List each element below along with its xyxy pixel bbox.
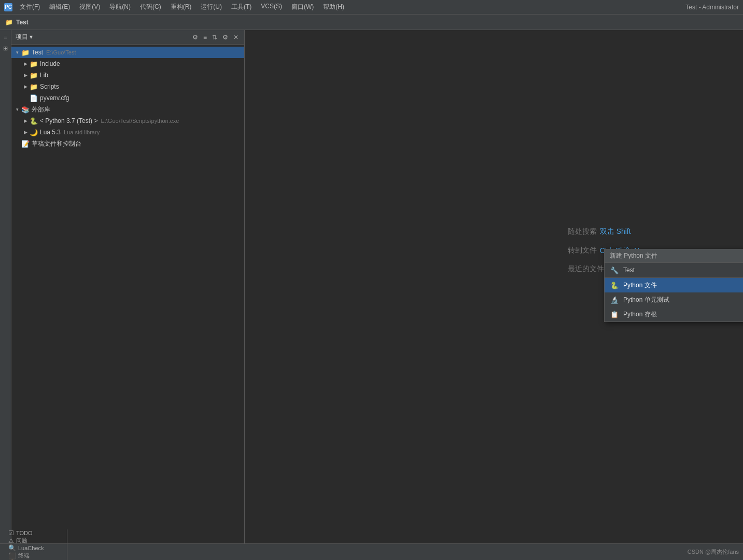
- menu-option-label-python-file: Python 文件: [623, 281, 657, 290]
- tree-label-test-root: Test: [32, 49, 43, 56]
- status-icon-luacheck: 🔍: [8, 544, 16, 552]
- tree-item-lua53[interactable]: ▶🌙Lua 5.3Lua std library: [11, 127, 244, 138]
- tree-arrow-pyvenv[interactable]: [22, 94, 29, 102]
- menu-option-python-unit-test[interactable]: 🔬Python 单元测试: [605, 292, 743, 307]
- menu-items: 文件(F)编辑(E)视图(V)导航(N)代码(C)重构(R)运行(U)工具(T)…: [16, 2, 685, 12]
- panel-action-list[interactable]: ≡: [202, 33, 208, 41]
- tree-label-lib: Lib: [40, 72, 48, 79]
- status-icon-terminal: ⬛: [8, 552, 16, 559]
- tree-icon-lib: 📁: [30, 72, 38, 79]
- menu-option-label-test: Test: [623, 267, 635, 274]
- status-item-terminal[interactable]: ⬛终端: [4, 552, 67, 559]
- tree-item-pyvenv[interactable]: 📄pyvenv.cfg: [11, 92, 244, 104]
- panel-action-config[interactable]: ⚙: [221, 33, 230, 41]
- tree-item-python37[interactable]: ▶🐍< Python 3.7 (Test) >E:\Guo\Test\Scrip…: [11, 115, 244, 127]
- tree-item-lib[interactable]: ▶📁Lib: [11, 69, 244, 81]
- menu-option-test[interactable]: 🔧Test: [605, 263, 743, 277]
- tree-arrow-include[interactable]: ▶: [22, 60, 29, 67]
- menu-item[interactable]: 工具(T): [227, 2, 256, 12]
- menu-item[interactable]: 文件(F): [16, 2, 44, 12]
- panel-action-settings[interactable]: ⚙: [191, 33, 200, 41]
- project-title-text: Test: [16, 19, 29, 26]
- context-menu: 新建 Python 文件 🔧Test🐍Python 文件🔬Python 单元测试…: [604, 249, 743, 322]
- menu-option-python-file[interactable]: 🐍Python 文件: [605, 278, 743, 292]
- tree-item-external-libs[interactable]: ▾📚外部库: [11, 104, 244, 115]
- menu-item[interactable]: 代码(C): [136, 2, 165, 12]
- menu-option-label-python-unit-test: Python 单元测试: [623, 296, 669, 304]
- menu-item[interactable]: 视图(V): [75, 2, 104, 12]
- content-area: 随处搜索 双击 Shift 转到文件 Ctrl+Shift+N 最近的文件 Ct…: [245, 30, 743, 543]
- hint-search: 随处搜索 双击 Shift: [568, 227, 639, 236]
- status-label-luacheck: LuaCheck: [18, 545, 44, 551]
- tree-label-lua53: Lua 5.3: [40, 129, 61, 136]
- tree-icon-scratch: 📝: [21, 140, 30, 148]
- menu-item[interactable]: 导航(N): [105, 2, 135, 12]
- tree-label-include: Include: [40, 60, 60, 67]
- tree-label-python37: < Python 3.7 (Test) >: [40, 117, 97, 124]
- tree-arrow-external-libs[interactable]: ▾: [13, 106, 21, 113]
- menu-item[interactable]: 运行(U): [197, 2, 226, 12]
- window-title: Test - Administrator: [685, 4, 739, 11]
- tree-label-pyvenv: pyvenv.cfg: [40, 94, 69, 102]
- tree-arrow-lib[interactable]: ▶: [22, 72, 29, 79]
- tree-arrow-lua53[interactable]: ▶: [22, 129, 29, 136]
- left-icons: ≡ ⊞: [0, 30, 11, 543]
- menu-option-python-stub[interactable]: 📋Python 存根: [605, 307, 743, 321]
- project-title-bar: 📁 Test: [0, 15, 743, 30]
- hint-recent-text: 最近的文件: [568, 264, 604, 274]
- tree-arrow-test-root[interactable]: ▾: [13, 49, 21, 56]
- tree-label-scripts: Scripts: [40, 83, 59, 90]
- tree-icon-test-root: 📁: [21, 49, 30, 57]
- project-folder-icon: 📁: [5, 19, 13, 26]
- tree-icon-pyvenv: 📄: [30, 94, 38, 102]
- tree-item-scratch[interactable]: 📝草稿文件和控制台: [11, 138, 244, 149]
- status-bar-items: ☑TODO⚠问题🔍LuaCheck⬛终端📦Python Packages🐍Pyt…: [4, 529, 67, 560]
- main-layout: ≡ ⊞ 项目 ▾ ⚙ ≡ ⇅ ⚙ ✕ ▾📁TestE:\Guo\Test▶📁In…: [0, 30, 743, 543]
- tree-view: ▾📁TestE:\Guo\Test▶📁Include▶📁Lib▶📁Scripts…: [11, 45, 244, 543]
- hint-goto-text: 转到文件: [568, 246, 597, 255]
- menu-item[interactable]: VCS(S): [257, 2, 286, 12]
- status-label-todo: TODO: [16, 530, 33, 536]
- project-panel: 项目 ▾ ⚙ ≡ ⇅ ⚙ ✕ ▾📁TestE:\Guo\Test▶📁Includ…: [11, 30, 245, 543]
- tree-arrow-python37[interactable]: ▶: [22, 117, 29, 124]
- left-icon-structure[interactable]: ⊞: [1, 44, 10, 53]
- tree-label-external-libs: 外部库: [32, 105, 50, 114]
- app-icon: PC: [4, 3, 12, 11]
- status-icon-problems: ⚠: [8, 537, 14, 544]
- status-icon-todo: ☑: [8, 529, 14, 537]
- panel-action-sort[interactable]: ⇅: [211, 33, 219, 41]
- panel-title: 项目 ▾: [16, 33, 33, 41]
- status-item-problems[interactable]: ⚠问题: [4, 537, 67, 544]
- menu-option-icon-test: 🔧: [610, 265, 619, 275]
- hint-search-shortcut: 双击 Shift: [600, 227, 631, 236]
- status-bar: ☑TODO⚠问题🔍LuaCheck⬛终端📦Python Packages🐍Pyt…: [0, 543, 743, 560]
- status-label-terminal: 终端: [18, 552, 30, 559]
- tree-arrow-scratch[interactable]: [13, 140, 21, 147]
- tree-arrow-scripts[interactable]: ▶: [22, 83, 29, 90]
- panel-action-close[interactable]: ✕: [232, 33, 240, 41]
- tree-sublabel-lua53: Lua std library: [64, 129, 100, 135]
- menu-option-icon-python-unit-test: 🔬: [610, 295, 619, 304]
- tree-label-scratch: 草稿文件和控制台: [32, 139, 81, 148]
- menu-item[interactable]: 编辑(E): [45, 2, 74, 12]
- tree-icon-lua53: 🌙: [30, 129, 38, 136]
- tree-icon-external-libs: 📚: [21, 106, 30, 114]
- tree-sublabel-test-root: E:\Guo\Test: [46, 49, 76, 55]
- menu-item[interactable]: 帮助(H): [319, 2, 348, 12]
- panel-actions: ⚙ ≡ ⇅ ⚙ ✕: [191, 33, 240, 41]
- status-item-todo[interactable]: ☑TODO: [4, 529, 67, 537]
- tree-sublabel-python37: E:\Guo\Test\Scripts\python.exe: [101, 118, 179, 124]
- tree-item-include[interactable]: ▶📁Include: [11, 58, 244, 69]
- status-item-luacheck[interactable]: 🔍LuaCheck: [4, 544, 67, 552]
- title-bar: PC 文件(F)编辑(E)视图(V)导航(N)代码(C)重构(R)运行(U)工具…: [0, 0, 743, 15]
- menu-item[interactable]: 窗口(W): [287, 2, 318, 12]
- tree-item-scripts[interactable]: ▶📁Scripts: [11, 81, 244, 92]
- menu-item[interactable]: 重构(R): [166, 2, 196, 12]
- tree-item-test-root[interactable]: ▾📁TestE:\Guo\Test: [11, 47, 244, 58]
- context-menu-header: 新建 Python 文件: [605, 249, 743, 263]
- menu-option-label-python-stub: Python 存根: [623, 310, 657, 319]
- tree-icon-include: 📁: [30, 60, 38, 68]
- left-icon-project[interactable]: ≡: [1, 32, 10, 41]
- menu-option-icon-python-stub: 📋: [610, 310, 619, 319]
- menu-option-icon-python-file: 🐍: [610, 281, 619, 290]
